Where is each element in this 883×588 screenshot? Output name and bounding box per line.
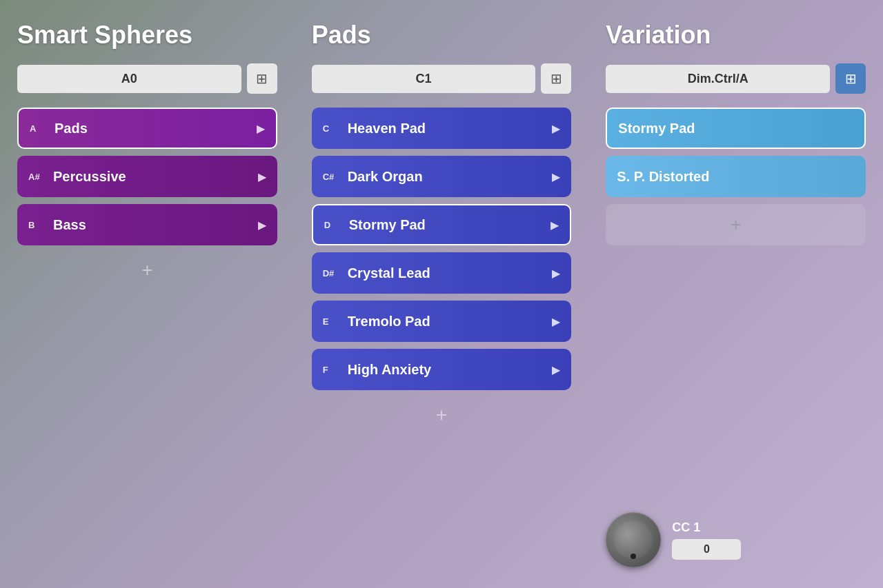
pads-header: ⊞ xyxy=(312,63,572,94)
list-item[interactable]: D Stormy Pad ▶ xyxy=(312,204,572,245)
smart-spheres-list: A Pads ▶ A# Percussive ▶ B Bass ▶ xyxy=(17,108,277,245)
cc-info: CC 1 0 xyxy=(672,520,741,560)
variation-title: Variation xyxy=(606,21,866,50)
arrow-icon: ▶ xyxy=(552,170,560,183)
layers-icon: ⊞ xyxy=(256,70,268,87)
item-name: Heaven Pad xyxy=(348,121,553,136)
item-name: Stormy Pad xyxy=(349,217,551,233)
cc-knob[interactable] xyxy=(606,512,661,567)
smart-spheres-key-input[interactable] xyxy=(17,65,241,93)
cc-area: CC 1 0 xyxy=(606,498,866,567)
variation-layers-button[interactable]: ⊞ xyxy=(835,63,866,94)
item-label: D# xyxy=(323,268,342,278)
list-item[interactable]: C Heaven Pad ▶ xyxy=(312,108,572,149)
item-label: E xyxy=(323,316,342,327)
arrow-icon: ▶ xyxy=(552,122,560,135)
pads-list: C Heaven Pad ▶ C# Dark Organ ▶ D Stormy … xyxy=(312,108,572,390)
pads-add-button[interactable]: + xyxy=(312,401,572,429)
smart-spheres-column: Smart Spheres ⊞ A Pads ▶ A# Percussive ▶… xyxy=(0,0,295,588)
arrow-icon: ▶ xyxy=(257,122,265,135)
item-name: Dark Organ xyxy=(348,169,553,185)
variation-add-button[interactable]: + xyxy=(606,204,866,245)
smart-spheres-add-button[interactable]: + xyxy=(17,256,277,284)
layers-icon: ⊞ xyxy=(550,70,562,87)
arrow-icon: ▶ xyxy=(258,219,266,232)
variation-item[interactable]: Stormy Pad xyxy=(606,108,866,149)
list-item[interactable]: E Tremolo Pad ▶ xyxy=(312,301,572,342)
knob-outer xyxy=(606,512,661,567)
item-label: C# xyxy=(323,172,342,182)
list-item[interactable]: D# Crystal Lead ▶ xyxy=(312,252,572,294)
knob-indicator xyxy=(631,554,636,559)
variation-header: ⊞ xyxy=(606,63,866,94)
item-label: B xyxy=(28,220,48,230)
item-label: F xyxy=(323,365,342,375)
item-name: Tremolo Pad xyxy=(348,314,553,330)
variation-item-name: S. P. Distorted xyxy=(617,169,855,185)
item-label: A# xyxy=(28,172,48,182)
item-name: Percussive xyxy=(53,169,258,185)
add-icon: + xyxy=(731,214,742,236)
item-name: Crystal Lead xyxy=(348,265,553,281)
item-label: C xyxy=(323,123,342,134)
list-item[interactable]: C# Dark Organ ▶ xyxy=(312,156,572,197)
item-name: Bass xyxy=(53,217,258,233)
pads-layers-button[interactable]: ⊞ xyxy=(541,63,571,94)
variation-list: Stormy Pad S. P. Distorted + xyxy=(606,108,866,245)
list-item[interactable]: A# Percussive ▶ xyxy=(17,156,277,197)
variation-column: Variation ⊞ Stormy Pad S. P. Distorted +… xyxy=(588,0,883,588)
cc-value[interactable]: 0 xyxy=(672,539,741,560)
item-label: A xyxy=(30,123,49,134)
list-item[interactable]: B Bass ▶ xyxy=(17,204,277,245)
pads-title: Pads xyxy=(312,21,572,50)
smart-spheres-layers-button[interactable]: ⊞ xyxy=(247,63,277,94)
item-name: High Anxiety xyxy=(348,362,553,378)
knob-inner xyxy=(614,520,653,559)
item-name: Pads xyxy=(54,121,257,136)
pads-key-input[interactable] xyxy=(312,65,536,93)
variation-item-name: Stormy Pad xyxy=(618,121,853,136)
list-item[interactable]: A Pads ▶ xyxy=(17,108,277,149)
arrow-icon: ▶ xyxy=(550,219,559,232)
pads-column: Pads ⊞ C Heaven Pad ▶ C# Dark Organ ▶ D … xyxy=(295,0,589,588)
smart-spheres-header: ⊞ xyxy=(17,63,277,94)
item-label: D xyxy=(324,220,344,230)
smart-spheres-title: Smart Spheres xyxy=(17,21,277,50)
layers-icon: ⊞ xyxy=(845,70,857,87)
arrow-icon: ▶ xyxy=(258,170,266,183)
variation-key-input[interactable] xyxy=(606,65,830,93)
arrow-icon: ▶ xyxy=(552,315,560,328)
list-item[interactable]: F High Anxiety ▶ xyxy=(312,349,572,390)
arrow-icon: ▶ xyxy=(552,363,560,376)
arrow-icon: ▶ xyxy=(552,267,560,280)
variation-item[interactable]: S. P. Distorted xyxy=(606,156,866,197)
cc-label: CC 1 xyxy=(672,520,741,535)
